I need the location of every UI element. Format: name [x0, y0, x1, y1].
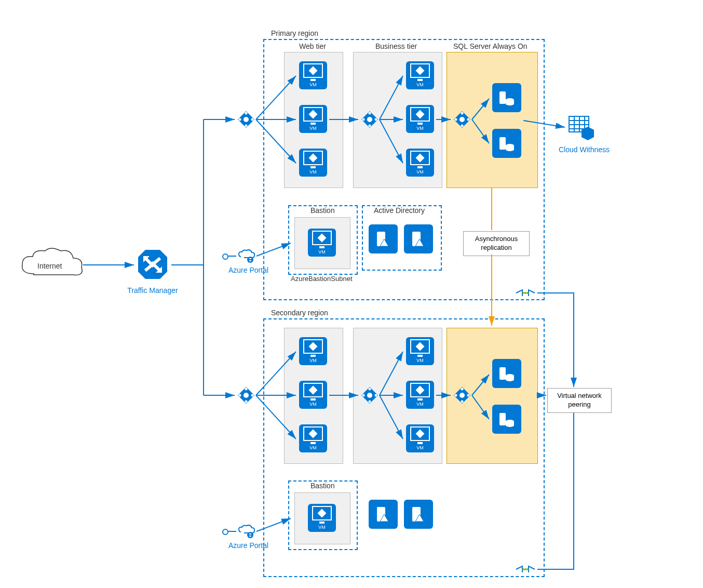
svg-point-49 — [239, 394, 241, 397]
secondary-bastion-title: Bastion — [310, 482, 335, 490]
primary-bastion-title: Bastion — [310, 206, 335, 215]
svg-point-35 — [369, 112, 371, 115]
sql-db-icon — [492, 129, 521, 158]
svg-point-31 — [239, 118, 241, 121]
svg-point-44 — [467, 118, 470, 121]
peering-icon — [514, 288, 537, 300]
svg-point-46 — [244, 393, 249, 398]
svg-point-10 — [506, 102, 514, 105]
svg-rect-67 — [249, 533, 251, 534]
sql-db-icon — [492, 83, 521, 112]
svg-point-43 — [455, 118, 457, 121]
svg-point-34 — [367, 117, 372, 122]
svg-point-42 — [461, 125, 464, 127]
svg-point-30 — [245, 125, 248, 127]
svg-point-41 — [461, 112, 464, 115]
svg-point-82 — [526, 568, 529, 570]
async-replication-box: Asynchronous replication — [463, 231, 530, 256]
primary-bastion-subnet-label: AzureBastionSubnet — [291, 275, 353, 283]
svg-point-66 — [247, 532, 253, 538]
svg-point-60 — [461, 400, 464, 403]
svg-point-77 — [522, 292, 524, 294]
svg-rect-68 — [249, 536, 251, 537]
svg-point-54 — [369, 400, 371, 403]
svg-point-26 — [506, 424, 514, 427]
svg-point-78 — [524, 292, 526, 294]
svg-point-59 — [461, 388, 464, 391]
svg-point-37 — [362, 118, 365, 121]
peering-icon — [514, 564, 537, 577]
svg-point-40 — [459, 117, 465, 122]
svg-point-55 — [362, 394, 365, 397]
svg-rect-23 — [499, 413, 506, 425]
svg-point-61 — [455, 394, 457, 397]
primary-web-tier-title: Web tier — [299, 42, 326, 50]
load-balancer-icon — [361, 111, 378, 128]
vm-icon: VM — [299, 424, 327, 452]
svg-point-14 — [506, 148, 514, 151]
load-balancer-icon — [237, 386, 255, 404]
ad-server-icon — [404, 224, 433, 253]
svg-point-38 — [375, 118, 377, 121]
svg-point-22 — [506, 378, 514, 381]
vm-icon: VM — [406, 149, 434, 177]
load-balancer-icon — [361, 386, 378, 404]
vnet-peering-box: Virtual network peering — [547, 388, 612, 413]
ad-server-icon — [369, 500, 398, 529]
primary-region-title: Primary region — [271, 29, 318, 37]
vnet-peering-text: Virtual network peering — [557, 392, 602, 408]
cloud-witness-label: Cloud Withness — [556, 145, 613, 154]
load-balancer-icon — [237, 111, 255, 128]
load-balancer-icon — [453, 386, 471, 404]
portal-dot — [222, 253, 228, 260]
vm-icon: VM — [299, 149, 327, 177]
vm-icon: VM — [299, 337, 327, 365]
ad-server-icon — [369, 224, 398, 253]
sql-db-icon — [492, 405, 521, 434]
svg-point-56 — [375, 394, 377, 397]
svg-rect-7 — [499, 91, 506, 104]
primary-sql-tier-title: SQL Server Always On — [453, 42, 528, 50]
vm-icon: VM — [308, 229, 336, 257]
svg-point-36 — [369, 125, 371, 127]
cloud-witness-icon — [568, 115, 595, 142]
svg-point-80 — [522, 568, 524, 570]
svg-rect-19 — [499, 367, 506, 380]
svg-rect-64 — [249, 258, 251, 259]
svg-point-53 — [369, 388, 371, 391]
svg-point-47 — [245, 388, 248, 391]
svg-point-62 — [467, 394, 470, 397]
azure-portal-label-1: Azure Portal — [228, 266, 268, 274]
vm-icon: VM — [406, 381, 434, 409]
azure-portal-icon — [238, 249, 255, 266]
load-balancer-icon — [453, 111, 471, 128]
vm-icon: VM — [406, 105, 434, 133]
vm-icon: VM — [299, 105, 327, 133]
primary-business-tier-title: Business tier — [375, 42, 417, 50]
azure-portal-label-2: Azure Portal — [228, 541, 268, 550]
primary-ad-title: Active Directory — [374, 206, 425, 215]
traffic-manager-label: Traffic Manager — [125, 286, 181, 295]
svg-point-63 — [247, 257, 253, 263]
svg-point-81 — [524, 568, 526, 570]
svg-point-29 — [245, 112, 248, 115]
svg-point-79 — [526, 292, 529, 294]
svg-point-52 — [367, 393, 372, 398]
ad-server-icon — [404, 500, 433, 529]
internet-label: Internet — [37, 262, 62, 270]
secondary-region-title: Secondary region — [271, 309, 328, 317]
svg-point-28 — [244, 117, 249, 122]
svg-point-58 — [459, 393, 465, 398]
svg-rect-11 — [499, 137, 506, 150]
vm-icon: VM — [299, 381, 327, 409]
vm-icon: VM — [299, 61, 327, 89]
azure-portal-icon — [238, 525, 255, 541]
svg-point-32 — [251, 118, 254, 121]
svg-point-48 — [245, 400, 248, 403]
async-replication-text: Asynchronous replication — [475, 235, 518, 251]
traffic-manager-icon — [136, 248, 169, 283]
svg-point-50 — [251, 394, 254, 397]
vm-icon: VM — [406, 61, 434, 89]
sql-db-icon — [492, 359, 521, 388]
vm-icon: VM — [308, 504, 336, 532]
